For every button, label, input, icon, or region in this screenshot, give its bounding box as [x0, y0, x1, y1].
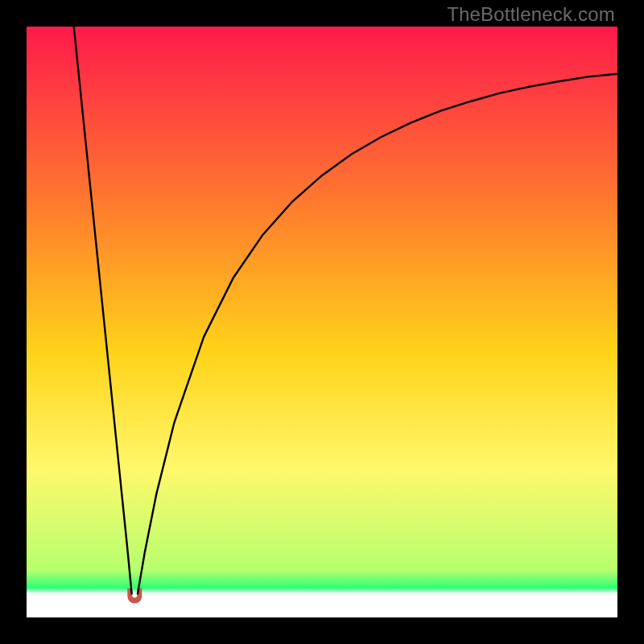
watermark-text: TheBottleneck.com [447, 3, 615, 26]
gradient-background [27, 27, 617, 617]
chart-frame: TheBottleneck.com [0, 0, 644, 644]
plot-area [27, 27, 617, 617]
baseline-band [27, 594, 617, 617]
chart-svg [27, 27, 617, 617]
